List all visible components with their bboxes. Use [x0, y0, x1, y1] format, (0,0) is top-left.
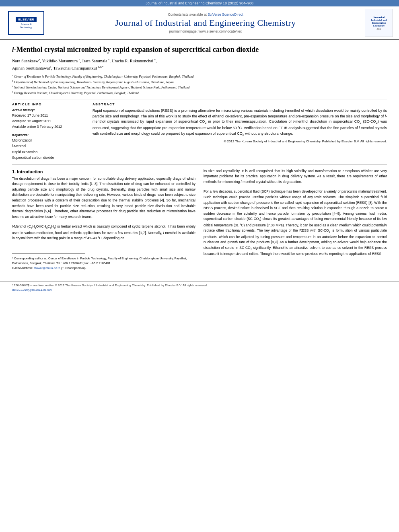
- elsevier-text: ELSEVIER: [16, 17, 37, 22]
- journal-mini-logo: Journal ofIndustrial andEngineeringChemi…: [365, 9, 393, 37]
- keywords-label: Keywords:: [12, 133, 84, 137]
- article-info-title: ARTICLE INFO: [12, 103, 84, 106]
- received-date: Received 17 June 2011: [12, 113, 84, 118]
- abstract-copyright: © 2012 The Korean Society of Industrial …: [93, 140, 387, 143]
- left-column: 1. Introduction The dissolution of drugs…: [12, 168, 195, 271]
- accepted-date: Accepted 12 August 2011: [12, 118, 84, 124]
- elsevier-subtext: Science &Technology: [20, 23, 32, 29]
- doi-line: doi:10.1016/j.jiec.2011.08.007: [12, 288, 387, 292]
- journal-homepage: journal homepage: www.elsevier.com/locat…: [52, 29, 359, 33]
- journal-citation-bar: Journal of Industrial and Engineering Ch…: [0, 0, 399, 6]
- elsevier-logo-box: ELSEVIER Science &Technology: [8, 11, 44, 35]
- journal-header-right: Journal ofIndustrial andEngineeringChemi…: [363, 9, 395, 37]
- intro-paragraph-2: l-Menthol (C6H9OHCH3C3H7) is herbal extr…: [12, 224, 195, 241]
- main-columns: 1. Introduction The dissolution of drugs…: [12, 168, 387, 271]
- article-title: l-Menthol crystal micronized by rapid ex…: [12, 45, 387, 54]
- page-container: Journal of Industrial and Engineering Ch…: [0, 0, 399, 532]
- footnote-email: E-mail address: ctawat@chula.ac.th (T. C…: [12, 266, 195, 271]
- article-history-label: Article history:: [12, 108, 84, 112]
- authors-line: Nara Suankaewa, Yukihiko Matsumura b, Is…: [12, 58, 387, 72]
- right-paragraph-1: its size and crystallinity. It is well r…: [204, 168, 387, 185]
- journal-header-center: Contents lists available at SciVerse Sci…: [52, 9, 359, 37]
- available-date: Available online 3 February 2012: [12, 124, 84, 129]
- intro-paragraph-1: The dissolution of drugs has been a majo…: [12, 176, 195, 220]
- header-divider: [12, 99, 387, 99]
- journal-header-left: ELSEVIER Science &Technology: [4, 9, 48, 37]
- journal-title: Journal of Industrial and Engineering Ch…: [52, 18, 359, 28]
- contents-available-line: Contents lists available at SciVerse Sci…: [52, 12, 359, 16]
- keyword-menthol: l-Menthol: [12, 143, 84, 149]
- keyword-co2: Supercritical carbon dioxide: [12, 155, 84, 160]
- abstract-column: ABSTRACT Rapid expansion of supercritica…: [93, 103, 387, 161]
- sciverse-link[interactable]: SciVerse ScienceDirect: [208, 12, 243, 16]
- footnote-area: * Corresponding author at: Center of Exc…: [12, 253, 195, 271]
- journal-citation: Journal of Industrial and Engineering Ch…: [146, 1, 253, 5]
- article-body: l-Menthol crystal micronized by rapid ex…: [0, 40, 399, 275]
- abstract-title: ABSTRACT: [93, 103, 387, 106]
- abstract-divider: [12, 164, 387, 164]
- article-info-column: ARTICLE INFO Article history: Received 1…: [12, 103, 84, 161]
- right-column: its size and crystallinity. It is well r…: [204, 168, 387, 271]
- keyword-rapid: Rapid expansion: [12, 149, 84, 155]
- email-link[interactable]: ctawat@chula.ac.th: [34, 266, 60, 270]
- info-abstract-columns: ARTICLE INFO Article history: Received 1…: [12, 103, 387, 161]
- issn-line: 1226-086X/$ – see front matter © 2012 Th…: [12, 283, 387, 287]
- right-paragraph-2: For a few decades, supercritical fluid (…: [204, 189, 387, 257]
- bottom-bar: 1226-086X/$ – see front matter © 2012 Th…: [0, 281, 399, 293]
- intro-section-title: 1. Introduction: [12, 169, 195, 174]
- journal-header: ELSEVIER Science &Technology Contents li…: [0, 6, 399, 40]
- affiliations: a Center of Excellence in Particle Techn…: [12, 74, 387, 96]
- keyword-micronization: Micronization: [12, 138, 84, 143]
- abstract-text: Rapid expansion of supercritical solutio…: [93, 108, 387, 138]
- footnote-divider: [12, 253, 85, 254]
- footnote-corresponding: * Corresponding author at: Center of Exc…: [12, 256, 195, 266]
